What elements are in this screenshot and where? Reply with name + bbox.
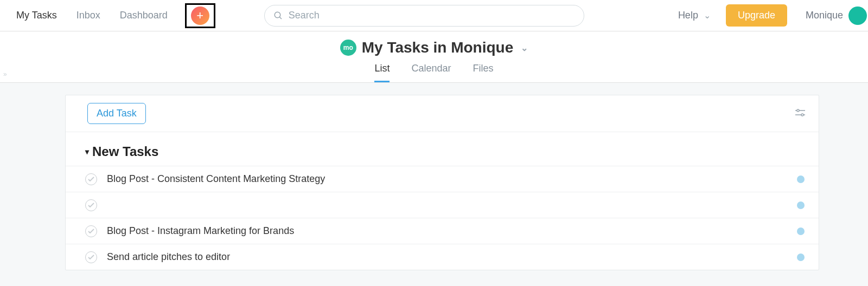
task-tag-dot[interactable] xyxy=(797,202,805,209)
section-title: New Tasks xyxy=(92,144,158,159)
user-menu[interactable]: Monique xyxy=(806,6,857,25)
view-tabs: List Calendar Files xyxy=(0,63,868,82)
quick-add-highlight: + xyxy=(185,3,215,28)
task-row[interactable] xyxy=(66,192,819,218)
caret-down-icon: ▾ xyxy=(85,147,89,156)
task-complete-toggle[interactable] xyxy=(85,173,97,185)
task-panel: Add Task ▾ New Tasks Blog Post - Consist… xyxy=(65,95,819,270)
avatar xyxy=(848,6,867,25)
search-box[interactable] xyxy=(264,5,584,27)
chevron-down-icon: ⌄ xyxy=(704,10,711,21)
task-complete-toggle[interactable] xyxy=(85,225,97,237)
task-tag-dot[interactable] xyxy=(797,253,805,261)
page-title: My Tasks in Monique xyxy=(362,39,514,56)
svg-line-1 xyxy=(279,17,282,19)
tab-list[interactable]: List xyxy=(374,63,390,82)
search-container xyxy=(264,5,584,27)
nav-dashboard[interactable]: Dashboard xyxy=(120,10,168,21)
task-complete-toggle[interactable] xyxy=(85,251,97,263)
tab-calendar[interactable]: Calendar xyxy=(411,63,451,82)
page-title-row[interactable]: mo My Tasks in Monique ⌄ xyxy=(0,39,868,56)
task-tag-dot[interactable] xyxy=(797,227,805,235)
nav-inbox[interactable]: Inbox xyxy=(76,10,100,21)
nav-left: My Tasks Inbox Dashboard + xyxy=(16,3,215,28)
task-row[interactable]: Blog Post - Instagram Marketing for Bran… xyxy=(66,218,819,244)
task-row[interactable]: Blog Post - Consistent Content Marketing… xyxy=(66,166,819,192)
chevron-down-icon: ⌄ xyxy=(521,43,528,53)
task-title: Send article pitches to editor xyxy=(107,251,797,263)
quick-add-button[interactable]: + xyxy=(191,6,209,25)
panel-toolbar: Add Task xyxy=(66,95,819,132)
task-title: Blog Post - Consistent Content Marketing… xyxy=(107,173,797,185)
check-icon xyxy=(88,229,94,234)
task-row[interactable]: Send article pitches to editor xyxy=(66,244,819,270)
workspace-avatar: mo xyxy=(340,40,356,56)
check-icon xyxy=(88,203,94,208)
check-icon xyxy=(88,177,94,182)
nav-my-tasks[interactable]: My Tasks xyxy=(16,10,57,21)
check-icon xyxy=(88,255,94,260)
task-tag-dot[interactable] xyxy=(797,176,805,183)
page-header: mo My Tasks in Monique ⌄ List Calendar F… xyxy=(0,31,868,83)
nav-right: Help ⌄ Upgrade Monique xyxy=(678,4,857,27)
section-header[interactable]: ▾ New Tasks xyxy=(66,132,819,166)
add-task-button[interactable]: Add Task xyxy=(87,103,146,124)
help-menu[interactable]: Help ⌄ xyxy=(678,10,711,21)
plus-icon: + xyxy=(196,9,203,23)
content: Add Task ▾ New Tasks Blog Post - Consist… xyxy=(0,83,868,270)
svg-point-3 xyxy=(797,109,799,112)
tab-files[interactable]: Files xyxy=(473,63,494,82)
task-title: Blog Post - Instagram Marketing for Bran… xyxy=(107,225,797,237)
svg-point-0 xyxy=(275,12,280,18)
help-label: Help xyxy=(678,10,698,21)
search-input[interactable] xyxy=(289,10,575,21)
filter-icon[interactable] xyxy=(795,109,806,119)
upgrade-button[interactable]: Upgrade xyxy=(726,4,787,27)
search-icon xyxy=(273,11,283,21)
expand-sidebar-handle[interactable]: » xyxy=(3,70,7,78)
user-name: Monique xyxy=(806,10,843,21)
task-complete-toggle[interactable] xyxy=(85,199,97,211)
top-nav: My Tasks Inbox Dashboard + Help ⌄ Upgrad… xyxy=(0,0,868,31)
svg-point-5 xyxy=(801,114,803,116)
